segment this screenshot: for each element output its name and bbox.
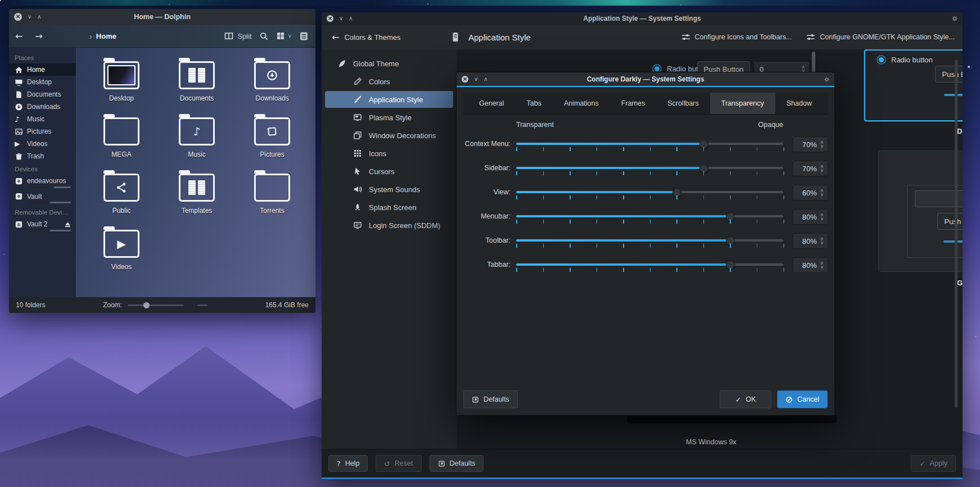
- menubar-slider[interactable]: [516, 215, 783, 217]
- content-scrollbar[interactable]: [955, 60, 958, 408]
- close-icon[interactable]: ✕: [462, 76, 468, 83]
- style-list-selected-item[interactable]: [627, 415, 837, 424]
- maximize-chevron-up-icon[interactable]: ∧: [484, 76, 487, 82]
- split-button[interactable]: Split: [224, 31, 251, 40]
- sidebar-item-vault2[interactable]: Vault 2: [9, 218, 76, 229]
- folder-torrents[interactable]: Torrents: [234, 163, 310, 220]
- dialog-titlebar[interactable]: ✕ ∨ ∧ Configure Darkly — System Settings: [457, 72, 834, 86]
- folder-music[interactable]: ♪ Music: [159, 107, 234, 163]
- preview-mini-slider[interactable]: [944, 94, 963, 96]
- spinbox-up-down-icons[interactable]: ∧∨: [820, 237, 828, 245]
- spinbox-up-down-icons[interactable]: ∧∨: [820, 213, 828, 221]
- menubar-spinbox[interactable]: 80%∧∨: [793, 209, 828, 225]
- sidebar-item-desktop[interactable]: Desktop: [9, 76, 76, 88]
- style-list-item-ms-windows-9x[interactable]: MS Windows 9x: [686, 438, 737, 446]
- gear-icon[interactable]: [824, 76, 830, 83]
- folder-downloads[interactable]: Downloads: [234, 51, 310, 107]
- configure-icons-toolbars-button[interactable]: Configure Icons and Toolbars...: [681, 33, 792, 41]
- eject-icon[interactable]: [64, 221, 71, 228]
- context-menu-slider[interactable]: [516, 143, 783, 145]
- tab-general[interactable]: General: [468, 93, 515, 114]
- minimize-chevron-down-icon[interactable]: ∨: [28, 14, 31, 20]
- tab-scrollbars[interactable]: Scrollbars: [656, 93, 710, 114]
- folder-public[interactable]: Public: [84, 163, 159, 220]
- sidebar-item-colors[interactable]: Colors: [325, 73, 453, 90]
- style-name-glossy[interactable]: Glossy: [957, 279, 963, 287]
- tab-tabs[interactable]: Tabs: [516, 93, 553, 114]
- dolphin-titlebar[interactable]: ✕ ∨ ∧ Home — Dolphin: [9, 9, 315, 25]
- breadcrumb-home[interactable]: Home: [96, 32, 116, 40]
- sidebar-spinbox[interactable]: 70%∧∨: [793, 161, 828, 176]
- preview-push-button[interactable]: Push Button: [935, 66, 963, 83]
- style-name-darkly[interactable]: Darkly: [957, 127, 963, 135]
- sidebar-item-endeavouros[interactable]: endeavouros: [9, 175, 76, 186]
- sidebar-slider[interactable]: [516, 167, 783, 169]
- ok-button[interactable]: ✓ OK: [720, 390, 771, 408]
- help-button[interactable]: ? Help: [328, 455, 368, 472]
- folder-documents[interactable]: Documents: [159, 51, 234, 107]
- defaults-button[interactable]: Defaults: [430, 455, 484, 472]
- toolbar-slider[interactable]: [516, 239, 783, 242]
- tabbar-slider[interactable]: [516, 263, 783, 266]
- darkly-preview-card[interactable]: Radio button Push Button 0 ∧∨ 70%: [864, 49, 963, 121]
- close-icon[interactable]: ✕: [327, 15, 333, 22]
- tab-animations[interactable]: Animations: [553, 93, 610, 114]
- maximize-chevron-up-icon[interactable]: ∧: [37, 14, 41, 20]
- folder-templates[interactable]: Templates: [159, 163, 234, 220]
- sidebar-item-plasma-style[interactable]: Plasma Style: [325, 109, 453, 126]
- configure-gtk-button[interactable]: Configure GNOME/GTK Application Style...: [806, 33, 955, 41]
- sidebar-item-login-screen[interactable]: Login Screen (SDDM): [325, 217, 453, 234]
- sidebar-item-trash[interactable]: Trash: [9, 150, 76, 162]
- minimize-chevron-down-icon[interactable]: ∨: [339, 16, 343, 21]
- folder-mega[interactable]: MEGA: [84, 107, 159, 163]
- view-slider[interactable]: [516, 191, 783, 193]
- zoom-slider[interactable]: [128, 304, 184, 306]
- glossy-preview-card[interactable]: x ∨ Push Button 0 ∧∨ 70%: [878, 151, 963, 272]
- zoom-slider-handle[interactable]: [143, 302, 150, 308]
- system-settings-titlebar[interactable]: ✕ ∨ ∧ Application Style — System Setting…: [322, 12, 963, 25]
- context-menu-spinbox[interactable]: 70%∧∨: [793, 136, 828, 152]
- search-icon[interactable]: [259, 31, 269, 41]
- preview-radio-button[interactable]: Radio button: [877, 55, 933, 65]
- forward-arrow-icon[interactable]: →: [29, 31, 48, 42]
- back-button[interactable]: ← Colors & Themes: [322, 32, 451, 43]
- folder-pictures[interactable]: Pictures: [234, 107, 310, 163]
- view-mode-button[interactable]: ∨: [276, 31, 292, 40]
- sidebar-item-application-style[interactable]: Application Style: [325, 91, 453, 108]
- sidebar-item-splash-screen[interactable]: Splash Screen: [325, 199, 453, 216]
- tab-shadow[interactable]: Shadow: [775, 93, 823, 114]
- dialog-defaults-button[interactable]: Defaults: [463, 390, 518, 408]
- view-spinbox[interactable]: 60%∧∨: [793, 185, 828, 201]
- minimize-chevron-down-icon[interactable]: ∨: [474, 76, 478, 82]
- sidebar-item-window-decorations[interactable]: Window Decorations: [325, 127, 453, 144]
- sidebar-item-system-sounds[interactable]: System Sounds: [325, 181, 453, 198]
- dolphin-folder-view[interactable]: Desktop Documents Downloads MEGA ♪ Music: [76, 48, 315, 297]
- preview-push-button[interactable]: Push Button: [937, 213, 963, 230]
- tab-transparency[interactable]: Transparency: [710, 93, 775, 114]
- sidebar-item-downloads[interactable]: Downloads: [9, 101, 76, 113]
- hamburger-menu-icon[interactable]: [299, 31, 309, 41]
- tabbar-spinbox[interactable]: 80%∧∨: [793, 257, 828, 273]
- preview-scrollbar[interactable]: [812, 52, 815, 73]
- close-icon[interactable]: ✕: [14, 13, 22, 21]
- cancel-button[interactable]: Cancel: [777, 390, 828, 408]
- sidebar-item-videos[interactable]: ▶ Videos: [9, 138, 76, 150]
- sidebar-item-pictures[interactable]: Pictures: [9, 125, 76, 138]
- sidebar-item-icons[interactable]: Icons: [325, 145, 453, 162]
- spinbox-up-down-icons[interactable]: ∧∨: [820, 165, 828, 172]
- reset-button[interactable]: ↺ Reset: [376, 455, 421, 472]
- spinbox-up-down-icons[interactable]: ∧∨: [820, 189, 828, 197]
- breadcrumb[interactable]: › Home: [89, 31, 116, 41]
- sidebar-item-home[interactable]: Home: [9, 63, 76, 76]
- spinbox-up-down-icons[interactable]: ∧∨: [820, 261, 828, 269]
- apply-button[interactable]: ✓ Apply: [911, 455, 956, 472]
- sidebar-item-documents[interactable]: Documents: [9, 88, 76, 101]
- toolbar-spinbox[interactable]: 80%∧∨: [793, 233, 828, 249]
- gear-icon[interactable]: [951, 15, 958, 22]
- sidebar-item-cursors[interactable]: Cursors: [325, 163, 453, 180]
- maximize-chevron-up-icon[interactable]: ∧: [349, 16, 353, 21]
- sidebar-item-global-theme[interactable]: Global Theme: [325, 55, 453, 72]
- back-arrow-icon[interactable]: ←: [9, 31, 29, 42]
- preview-mini-slider[interactable]: [943, 240, 963, 243]
- sidebar-toggle-icon[interactable]: [451, 32, 459, 42]
